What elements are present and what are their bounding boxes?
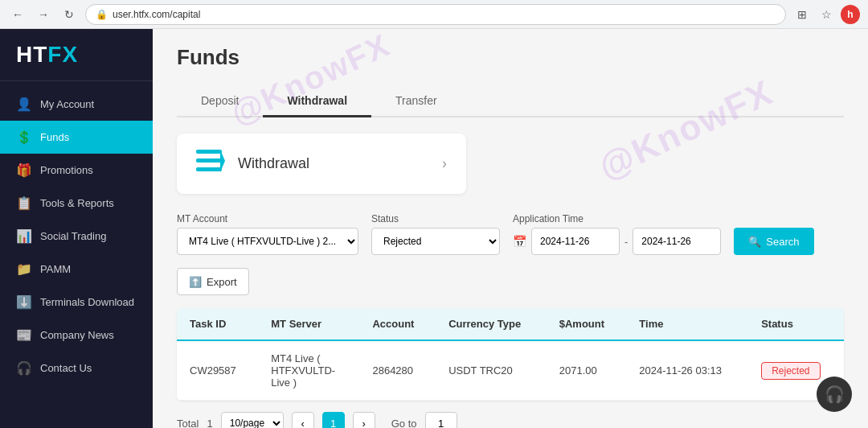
- goto-input[interactable]: [425, 412, 457, 428]
- logo-ht: HT: [16, 42, 47, 67]
- tab-deposit[interactable]: Deposit: [177, 86, 263, 117]
- sidebar-item-promotions[interactable]: 🎁Promotions: [0, 154, 153, 187]
- forward-button[interactable]: →: [34, 5, 53, 24]
- cell-mt-server: MT4 Live (HTFXVULTD-Live ): [258, 340, 359, 401]
- svg-rect-0: [196, 150, 222, 154]
- svg-rect-2: [196, 167, 222, 171]
- search-button[interactable]: 🔍 Search: [734, 228, 813, 255]
- extensions-button[interactable]: ⊞: [792, 5, 812, 24]
- nav-icon-my-account: 👤: [16, 97, 32, 112]
- cell-time: 2024-11-26 03:13: [626, 340, 748, 401]
- sidebar-nav: 👤My Account💲Funds🎁Promotions📋Tools & Rep…: [0, 81, 153, 428]
- app-time-label: Application Time: [513, 213, 721, 224]
- nav-label-tools-reports: Tools & Reports: [40, 197, 114, 209]
- date-to-input[interactable]: [633, 228, 721, 255]
- cell-currency-type: USDT TRC20: [436, 340, 547, 401]
- sidebar-item-pamm[interactable]: 📁PAMM: [0, 253, 153, 286]
- nav-icon-pamm: 📁: [16, 261, 32, 277]
- date-from-input[interactable]: [531, 228, 620, 255]
- url-text: user.htfx.com/capital: [113, 9, 200, 20]
- tab-transfer[interactable]: Transfer: [371, 86, 461, 117]
- bookmark-button[interactable]: ☆: [817, 5, 836, 24]
- table-head: Task IDMT ServerAccountCurrency Type$Amo…: [177, 308, 844, 340]
- nav-label-promotions: Promotions: [40, 164, 93, 176]
- status-select[interactable]: Rejected: [371, 228, 500, 255]
- nav-label-terminals-download: Terminals Download: [40, 296, 134, 308]
- nav-icon-promotions: 🎁: [16, 163, 32, 178]
- table-row: CW29587 MT4 Live (HTFXVULTD-Live ) 28642…: [177, 340, 844, 401]
- nav-label-company-news: Company News: [40, 329, 114, 341]
- address-bar[interactable]: 🔒 user.htfx.com/capital: [85, 4, 786, 25]
- th-currency-type: Currency Type: [436, 308, 547, 340]
- th-time: Time: [626, 308, 748, 340]
- logo: HTFX: [0, 29, 153, 81]
- sidebar-item-terminals-download[interactable]: ⬇️Terminals Download: [0, 286, 153, 319]
- th-account: Account: [359, 308, 436, 340]
- withdrawal-card[interactable]: Withdrawal ›: [177, 134, 466, 194]
- browser-chrome: ← → ↻ 🔒 user.htfx.com/capital ⊞ ☆ h: [0, 0, 868, 29]
- refresh-button[interactable]: ↻: [59, 5, 79, 24]
- status-label: Status: [371, 213, 500, 224]
- withdrawal-card-label: Withdrawal: [238, 155, 429, 172]
- date-filter: Application Time 📅 -: [513, 213, 721, 255]
- th-status: Status: [748, 308, 844, 340]
- withdrawal-card-arrow: ›: [442, 155, 447, 172]
- table-body: CW29587 MT4 Live (HTFXVULTD-Live ) 28642…: [177, 340, 844, 401]
- th--amount: $Amount: [547, 308, 627, 340]
- page-1-button[interactable]: 1: [322, 412, 345, 428]
- next-page-button[interactable]: ›: [353, 412, 375, 428]
- cell-task-id: CW29587: [177, 340, 258, 401]
- back-button[interactable]: ←: [8, 5, 27, 24]
- nav-label-pamm: PAMM: [40, 263, 71, 275]
- svg-marker-3: [220, 150, 225, 172]
- export-btn-label: Export: [207, 276, 237, 288]
- sidebar-item-contact-us[interactable]: 🎧Contact Us: [0, 352, 153, 385]
- browser-profile-avatar[interactable]: h: [841, 5, 860, 24]
- nav-icon-funds: 💲: [16, 130, 32, 145]
- tab-withdrawal[interactable]: Withdrawal: [263, 86, 371, 117]
- svg-rect-1: [196, 158, 222, 163]
- search-icon: 🔍: [748, 236, 761, 248]
- cell-amount: 2071.00: [547, 340, 627, 401]
- goto-label: Go to: [391, 418, 417, 429]
- logo-text: HTFX: [16, 42, 137, 68]
- nav-icon-contact-us: 🎧: [16, 360, 32, 376]
- status-badge: Rejected: [761, 362, 820, 380]
- prev-page-button[interactable]: ‹: [292, 412, 314, 428]
- sidebar-item-funds[interactable]: 💲Funds: [0, 121, 153, 154]
- total-label: Total: [177, 418, 199, 429]
- sidebar-item-tools-reports[interactable]: 📋Tools & Reports: [0, 187, 153, 220]
- nav-icon-social-trading: 📊: [16, 228, 32, 244]
- content-area: @KnowFX @KnowFX Funds DepositWithdrawalT…: [177, 45, 844, 428]
- mt-account-label: MT Account: [177, 213, 358, 224]
- th-task-id: Task ID: [177, 308, 258, 340]
- sidebar-item-social-trading[interactable]: 📊Social Trading: [0, 220, 153, 253]
- mt-account-select[interactable]: MT4 Live ( HTFXVULTD-Live ) 2...: [177, 228, 358, 255]
- nav-label-social-trading: Social Trading: [40, 230, 106, 242]
- sidebar: HTFX 👤My Account💲Funds🎁Promotions📋Tools …: [0, 29, 153, 428]
- export-icon: ⬆️: [189, 276, 202, 288]
- app-layout: HTFX 👤My Account💲Funds🎁Promotions📋Tools …: [0, 29, 868, 428]
- mt-account-filter: MT Account MT4 Live ( HTFXVULTD-Live ) 2…: [177, 213, 358, 255]
- status-filter: Status Rejected: [371, 213, 500, 255]
- date-separator: -: [624, 236, 628, 248]
- pagination-row: Total 1 10/page ‹ 1 › Go to: [177, 401, 844, 428]
- export-button[interactable]: ⬆️ Export: [177, 268, 249, 295]
- sidebar-item-company-news[interactable]: 📰Company News: [0, 319, 153, 352]
- support-button[interactable]: 🎧: [817, 377, 852, 412]
- sidebar-item-my-account[interactable]: 👤My Account: [0, 88, 153, 121]
- total-count: 1: [207, 418, 212, 429]
- date-range: 📅 -: [513, 228, 721, 255]
- page-size-select[interactable]: 10/page: [221, 412, 284, 428]
- nav-icon-terminals-download: ⬇️: [16, 294, 32, 310]
- nav-label-contact-us: Contact Us: [40, 362, 92, 374]
- search-btn-label: Search: [766, 236, 799, 248]
- cell-account: 2864280: [359, 340, 436, 401]
- withdrawal-card-icon: [196, 150, 225, 178]
- tabs-bar: DepositWithdrawalTransfer: [177, 86, 844, 117]
- nav-label-my-account: My Account: [40, 98, 94, 110]
- th-mt-server: MT Server: [258, 308, 359, 340]
- nav-icon-company-news: 📰: [16, 327, 32, 343]
- filters-row: MT Account MT4 Live ( HTFXVULTD-Live ) 2…: [177, 213, 844, 295]
- nav-icon-tools-reports: 📋: [16, 195, 32, 211]
